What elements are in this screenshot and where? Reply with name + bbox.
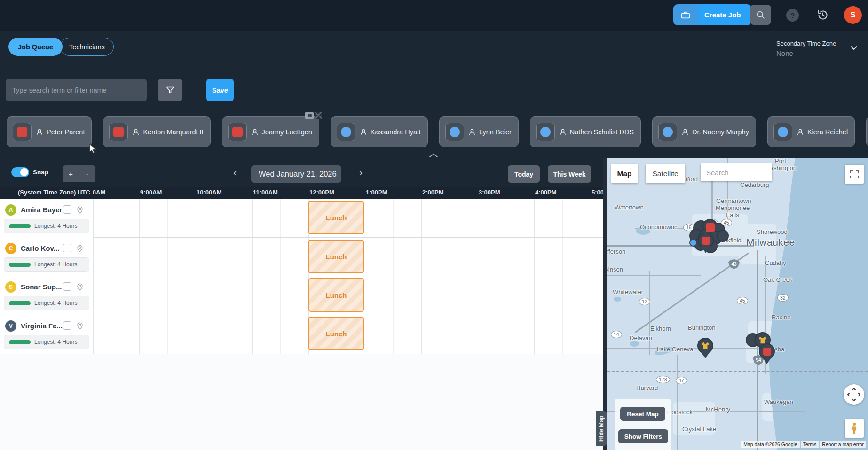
hide-map-tab[interactable]: Hide Map bbox=[596, 411, 607, 446]
technician-card[interactable] bbox=[866, 116, 868, 147]
zoom-in-button[interactable]: + bbox=[63, 165, 79, 182]
this-week-button[interactable]: This Week bbox=[548, 165, 591, 183]
technician-status-chip[interactable] bbox=[536, 123, 555, 141]
fullscreen-button[interactable] bbox=[845, 165, 864, 184]
chevron-down-icon[interactable] bbox=[850, 46, 858, 50]
map-type-map-button[interactable]: Map bbox=[611, 164, 638, 183]
zoom-out-button[interactable]: - bbox=[79, 165, 95, 182]
longest-job-label: Longest: 4 Hours bbox=[34, 300, 77, 306]
map-search-input[interactable] bbox=[701, 163, 772, 181]
technician-avatar: A bbox=[5, 204, 16, 216]
save-button[interactable]: Save bbox=[206, 79, 234, 101]
snap-toggle[interactable] bbox=[11, 167, 29, 177]
secondary-timezone-value[interactable]: None bbox=[776, 49, 793, 57]
filter-button[interactable] bbox=[158, 79, 182, 101]
route-shield: 173 bbox=[656, 376, 670, 383]
time-tick-label: 2:00PM bbox=[422, 189, 444, 196]
top-bar: Create Job ? S bbox=[0, 0, 868, 31]
map-city-label: Milwaukee bbox=[746, 237, 795, 248]
lunch-event-label: Lunch bbox=[326, 253, 347, 261]
row-checkbox[interactable] bbox=[63, 321, 71, 330]
search-button[interactable] bbox=[750, 5, 771, 25]
fullscreen-icon bbox=[850, 170, 859, 178]
technician-row[interactable]: A Amira Bayer Longest: 4 Hours bbox=[0, 199, 93, 238]
technician-status-chip[interactable] bbox=[773, 123, 792, 141]
location-pin-icon[interactable] bbox=[75, 243, 85, 253]
technician-card[interactable]: Kiera Reichel bbox=[767, 116, 855, 147]
status-badge bbox=[450, 127, 460, 137]
technician-status-chip[interactable] bbox=[445, 123, 464, 141]
technician-row[interactable]: S Sonar Sup... Longest: 4 Hours bbox=[0, 276, 93, 315]
job-marker-red[interactable] bbox=[706, 223, 715, 232]
scheduler-scrollbar[interactable] bbox=[603, 158, 607, 450]
today-button[interactable]: Today bbox=[508, 165, 540, 183]
map-type-satellite-button[interactable]: Satellite bbox=[646, 164, 685, 183]
time-tick-label: 3:00PM bbox=[479, 189, 500, 196]
drag-badge-close-icon bbox=[315, 112, 322, 119]
technician-row[interactable]: C Carlo Kov... Longest: 4 Hours bbox=[0, 238, 93, 276]
user-avatar[interactable]: S bbox=[844, 6, 862, 24]
technician-card[interactable]: Joanny Luettgen bbox=[222, 116, 319, 147]
map-marker-pin[interactable] bbox=[758, 343, 776, 364]
map-data-credit: Map data ©2026 Google bbox=[741, 441, 800, 448]
history-button[interactable] bbox=[816, 8, 829, 22]
map[interactable]: Port WashingtonCedarburgHartfordGermanto… bbox=[607, 158, 868, 450]
map-marker-pin[interactable] bbox=[697, 233, 715, 253]
lunch-event[interactable]: Lunch bbox=[308, 240, 364, 273]
row-checkbox[interactable] bbox=[63, 282, 71, 291]
map-city-label: Elkhorn bbox=[650, 325, 671, 332]
technician-card[interactable]: Lynn Beier bbox=[439, 116, 519, 147]
technician-name: Dr. Noemy Murphy bbox=[692, 128, 749, 136]
status-badge bbox=[232, 127, 243, 137]
show-filters-button[interactable]: Show Filters bbox=[618, 429, 668, 443]
technician-status-chip[interactable] bbox=[13, 123, 32, 141]
zoom-control: + - bbox=[63, 165, 95, 182]
technician-name: Kenton Marquardt II bbox=[143, 128, 203, 136]
collapse-panel-chevron-icon[interactable] bbox=[429, 153, 438, 158]
location-pin-icon[interactable] bbox=[75, 282, 85, 291]
person-icon bbox=[35, 128, 44, 136]
reset-map-button[interactable]: Reset Map bbox=[620, 407, 665, 421]
route-shield: 14 bbox=[611, 331, 622, 338]
shirt-icon bbox=[701, 341, 710, 350]
row-checkbox[interactable] bbox=[63, 205, 71, 214]
lunch-event[interactable]: Lunch bbox=[308, 278, 364, 312]
tab-technicians[interactable]: Technicians bbox=[60, 38, 114, 56]
map-city-label: Germantown bbox=[716, 197, 751, 204]
technician-status-chip[interactable] bbox=[228, 123, 247, 141]
technician-status-chip[interactable] bbox=[109, 123, 128, 141]
prev-day-button[interactable]: ‹ bbox=[233, 167, 237, 177]
report-map-error-link[interactable]: Report a map error bbox=[820, 441, 866, 448]
time-tick-label: 8:00AM bbox=[93, 189, 105, 196]
status-badge bbox=[663, 127, 673, 137]
technician-status-chip[interactable] bbox=[658, 123, 677, 141]
technician-card[interactable]: Nathen Schulist DDS bbox=[530, 116, 641, 147]
map-marker-cluster-blob[interactable] bbox=[717, 230, 729, 242]
map-city-label: Burlington bbox=[688, 324, 716, 331]
create-job-button[interactable]: Create Job bbox=[673, 4, 751, 25]
date-picker[interactable]: Wed January 21, 2026 bbox=[251, 165, 341, 183]
row-checkbox[interactable] bbox=[63, 244, 71, 252]
map-city-label: Watertown bbox=[615, 204, 644, 211]
technician-row[interactable]: V Virginia Fe... Longest: 4 Hours bbox=[0, 315, 93, 354]
location-pin-icon[interactable] bbox=[75, 321, 85, 330]
help-button[interactable]: ? bbox=[786, 9, 799, 22]
technician-marker-blue[interactable] bbox=[689, 239, 697, 247]
map-pan-control[interactable] bbox=[844, 384, 864, 405]
lunch-event[interactable]: Lunch bbox=[308, 201, 364, 234]
technician-card[interactable]: Dr. Noemy Murphy bbox=[652, 116, 756, 147]
pan-arrows-icon bbox=[846, 387, 862, 403]
technician-status-chip[interactable] bbox=[337, 123, 355, 141]
location-pin-icon[interactable] bbox=[75, 205, 85, 214]
terms-link[interactable]: Terms bbox=[801, 441, 819, 448]
technician-card[interactable]: Kenton Marquardt II bbox=[103, 116, 210, 147]
next-day-button[interactable]: › bbox=[359, 167, 363, 177]
tab-job-queue[interactable]: Job Queue bbox=[8, 38, 63, 56]
street-view-pegman-button[interactable] bbox=[845, 419, 864, 438]
lunch-event[interactable]: Lunch bbox=[308, 317, 364, 350]
map-marker-pin[interactable] bbox=[696, 338, 714, 358]
technician-card[interactable]: Peter Parent bbox=[7, 116, 92, 147]
technician-card[interactable]: Kassandra Hyatt bbox=[331, 116, 428, 147]
filter-search-input[interactable] bbox=[6, 79, 147, 101]
map-city-label: Harvard bbox=[636, 384, 658, 391]
